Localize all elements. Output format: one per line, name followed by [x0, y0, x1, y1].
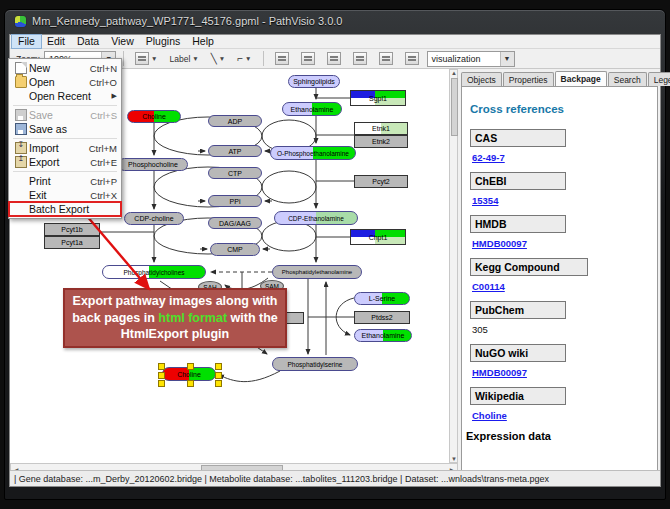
node-unlabeled[interactable] [284, 312, 304, 324]
tab-objects[interactable]: Objects [461, 72, 502, 86]
tab-backpage[interactable]: Backpage [555, 71, 607, 86]
node-pcyt1a[interactable]: Pcyt1a [44, 236, 100, 249]
menu-plugins[interactable]: Plugins [140, 35, 186, 48]
window-title: Mm_Kennedy_pathway_WP1771_45176.gpml - P… [32, 15, 342, 27]
file-menu-item-exit[interactable]: ExitCtrl+X [9, 188, 121, 202]
menu-item-shortcut: Ctrl+M [89, 143, 117, 154]
node-label: Ethanolamine [291, 106, 334, 113]
export-box-icon [13, 156, 29, 168]
line-tool-button[interactable]: ╲▼ [207, 50, 229, 67]
status-bar: | Gene database: ...m_Derby_20120602.bri… [10, 470, 660, 486]
menu-file[interactable]: File [12, 35, 41, 48]
node-ppi[interactable]: PPi [208, 195, 262, 207]
node-label: Etnk2 [372, 138, 390, 145]
crossref-link[interactable]: Choline [472, 410, 649, 421]
file-menu-item-open[interactable]: OpenCtrl+O [9, 75, 121, 89]
import-box-icon [13, 142, 29, 154]
canvas-vertical-scrollbar[interactable]: ▲ ▼ [449, 69, 458, 463]
node-ctp[interactable]: CTP [208, 167, 262, 179]
node-etnk2[interactable]: Etnk2 [354, 135, 408, 148]
selection-handle[interactable] [158, 372, 165, 379]
menu-help[interactable]: Help [186, 35, 220, 48]
node-label: L-Serine [369, 295, 395, 302]
vertical-scroll-thumb[interactable] [451, 78, 458, 136]
node-chpt1[interactable]: Chpt1 [350, 229, 406, 245]
node-label: CMP [227, 246, 243, 253]
node-etnk1[interactable]: Etnk1 [354, 122, 408, 135]
visualization-options-icon [405, 52, 419, 65]
selection-handle[interactable] [215, 372, 222, 379]
align-center-button[interactable] [271, 50, 293, 67]
file-menu-item-save-as[interactable]: Save as [9, 122, 121, 136]
connector-tool-button[interactable]: ⌐▼ [233, 50, 255, 67]
tab-legend[interactable]: Legend [648, 72, 670, 86]
node-adp[interactable]: ADP [208, 115, 262, 127]
node-cmp[interactable]: CMP [210, 243, 260, 256]
selection-handle[interactable] [158, 363, 165, 370]
crossref-link[interactable]: C00114 [472, 281, 649, 292]
crossref-link[interactable]: 15354 [472, 195, 649, 206]
node-ethanolamine[interactable]: Ethanolamine [282, 102, 342, 116]
selection-handle[interactable] [187, 363, 194, 370]
selection-handle[interactable] [215, 363, 222, 370]
title-bar[interactable]: Mm_Kennedy_pathway_WP1771_45176.gpml - P… [5, 10, 665, 32]
side-panel-tabs: ObjectsPropertiesBackpageSearchLegend [461, 71, 658, 86]
node-atp[interactable]: ATP [208, 145, 262, 157]
file-menu-item-save[interactable]: SaveCtrl+S [9, 108, 121, 122]
common-width-button[interactable] [323, 50, 345, 67]
node-pcyt2[interactable]: Pcyt2 [354, 175, 408, 188]
node-choline[interactable]: Choline [127, 110, 181, 123]
node-phosphocholine[interactable]: Phosphocholine [118, 158, 188, 171]
file-menu-item-print[interactable]: PrintCtrl+P [9, 174, 121, 188]
visualization-options-button[interactable] [401, 50, 423, 67]
crossref-source-label: CAS [470, 129, 566, 147]
datanode-icon [135, 52, 149, 65]
node-phosphatidylserine[interactable]: Phosphatidylserine [272, 357, 358, 371]
selection-handle[interactable] [158, 380, 165, 387]
crossref-link[interactable]: 62-49-7 [472, 152, 649, 163]
file-menu-item-new[interactable]: NewCtrl+N [9, 61, 121, 75]
file-menu-item-import[interactable]: ImportCtrl+M [9, 141, 121, 155]
node-label: Phosphatidylserine [288, 361, 343, 368]
crossref-link[interactable]: HMDB00097 [472, 238, 649, 249]
file-menu-item-export[interactable]: ExportCtrl+E [9, 155, 121, 169]
stack-button[interactable] [375, 50, 397, 67]
menu-view[interactable]: View [105, 35, 140, 48]
selection-handle[interactable] [187, 380, 194, 387]
node-sgpl1[interactable]: Sgpl1 [350, 90, 406, 106]
datanode-tool-button[interactable]: ▼ [131, 50, 161, 67]
node-label: O-Phosphoethanolamine [277, 150, 349, 157]
new-page-icon [13, 62, 29, 74]
menu-edit[interactable]: Edit [41, 35, 71, 48]
node-pcyt1b[interactable]: Pcyt1b [44, 223, 100, 236]
node-cdp-ethanolamine[interactable]: CDP-Ethanolamine [274, 211, 358, 225]
common-height-button[interactable] [349, 50, 371, 67]
visualization-select[interactable]: visualization ▼ [427, 51, 515, 67]
save-floppy-icon [13, 109, 29, 121]
file-menu-item-batch-export[interactable]: Batch Export [9, 202, 121, 216]
crossref-link[interactable]: HMDB00097 [472, 367, 649, 378]
tab-properties[interactable]: Properties [503, 72, 554, 86]
label-tool-button[interactable]: Label▼ [166, 50, 203, 67]
visualization-value: visualization [432, 54, 481, 64]
selection-handle[interactable] [215, 380, 222, 387]
align-middle-icon [301, 52, 315, 65]
node-ethanolamine[interactable]: Ethanolamine [354, 329, 412, 342]
node-ptdss2[interactable]: Ptdss2 [354, 311, 410, 324]
node-sphingolipids[interactable]: Sphingolipids [288, 75, 340, 88]
align-center-icon [275, 52, 289, 65]
node-o-phosphoethanolamine[interactable]: O-Phosphoethanolamine [270, 146, 356, 160]
saveas-floppy-icon [13, 123, 29, 135]
node-cdp-choline[interactable]: CDP-choline [124, 212, 184, 225]
menu-item-label: Import [29, 142, 89, 154]
file-menu: NewCtrl+NOpenCtrl+OOpen Recent▶SaveCtrl+… [8, 58, 122, 219]
align-middle-button[interactable] [297, 50, 319, 67]
file-menu-item-open-recent[interactable]: Open Recent▶ [9, 89, 121, 103]
node-label: Etnk1 [372, 125, 390, 132]
menu-data[interactable]: Data [71, 35, 105, 48]
node-phosphatidylcholines[interactable]: Phosphatidylcholines [102, 265, 206, 279]
node-phosphatidylethanolamine[interactable]: Phosphatidylethanolamine [272, 265, 362, 279]
node-dag-aag[interactable]: DAG/AAG [208, 217, 262, 229]
tab-search[interactable]: Search [608, 72, 647, 86]
node-l-serine[interactable]: L-Serine [354, 292, 410, 305]
